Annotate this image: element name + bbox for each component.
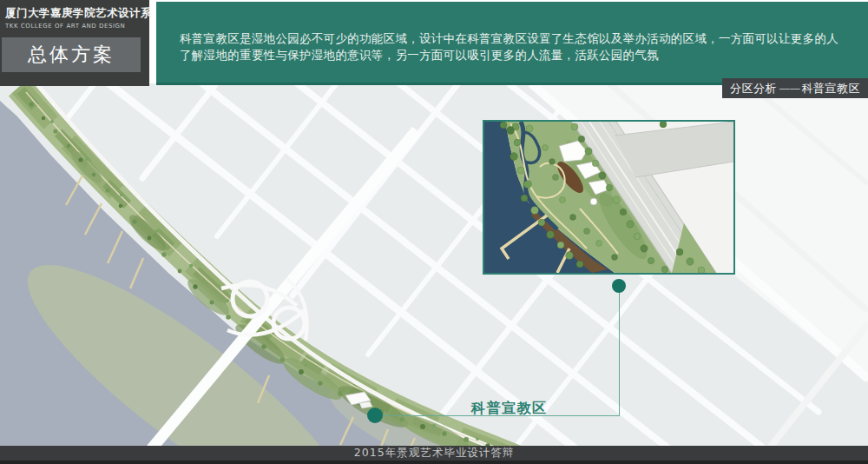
callout-dot-inset [612, 279, 626, 293]
detail-inset-plan [484, 122, 733, 273]
tag-zone: 科普宣教区 [802, 81, 861, 96]
footer-title: 2015年景观艺术毕业设计答辩 [354, 446, 514, 461]
description-banner: 科普宣教区是湿地公园必不可少的功能区域，设计中在科普宣教区设置了生态馆以及举办活… [156, 2, 868, 85]
presentation-slide: 厦门大学嘉庚学院艺术设计系 TKK COLLEGE OF ART AND DES… [0, 0, 868, 464]
department-name-en: TKK COLLEGE OF ART AND DESIGN [5, 23, 144, 30]
zone-description-text: 科普宣教区是湿地公园必不可少的功能区域，设计中在科普宣教区设置了生态馆以及举办活… [156, 2, 839, 63]
tag-dash: —— [779, 83, 799, 94]
header-department: 厦门大学嘉庚学院艺术设计系 TKK COLLEGE OF ART AND DES… [0, 0, 149, 86]
department-name: 厦门大学嘉庚学院艺术设计系 [5, 6, 144, 21]
callout-line-vertical [619, 292, 620, 415]
analysis-tag-bar: 分区分析 —— 科普宣教区 [722, 78, 868, 98]
callout-dot-map [367, 408, 383, 423]
section-title-box: 总体方案 [2, 37, 141, 72]
tag-category: 分区分析 [730, 81, 777, 96]
detail-inset-frame [483, 120, 735, 275]
footer-bar: 2015年景观艺术毕业设计答辩 [0, 446, 868, 464]
section-title: 总体方案 [28, 42, 115, 68]
zone-callout-label: 科普宣教区 [471, 400, 548, 418]
